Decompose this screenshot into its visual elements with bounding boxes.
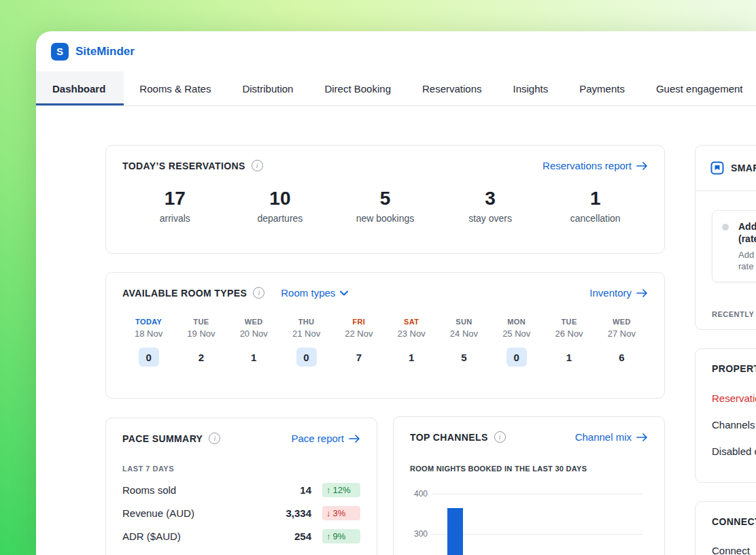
smart-tips-icon — [710, 161, 724, 175]
day-name: THU — [280, 318, 332, 326]
tip-body-line: Add — [738, 249, 756, 260]
pace-metric-label: Rooms sold — [122, 484, 280, 496]
todays-reservations-title: TODAY’S RESERVATIONS — [122, 161, 245, 171]
trend-down-icon: ↓ — [326, 508, 331, 518]
day-column: THU 21 Nov 0 — [280, 318, 332, 367]
availability-value[interactable]: 0 — [296, 348, 317, 367]
day-date: 18 Nov — [122, 329, 175, 339]
info-icon[interactable] — [209, 433, 220, 444]
stat-value: 5 — [332, 188, 438, 209]
smart-tips-title: SMART TIPS — [731, 163, 756, 173]
trend-up-icon: ↑ — [326, 485, 331, 495]
property-item-disabled[interactable]: Disabled channels — [712, 445, 756, 457]
pace-summary-title: PACE SUMMARY — [122, 433, 203, 444]
availability-value[interactable]: 1 — [401, 348, 422, 367]
info-icon[interactable] — [253, 287, 264, 299]
availability-value[interactable]: 1 — [559, 348, 579, 367]
stat-value: 17 — [122, 188, 228, 209]
day-date: 23 Nov — [385, 329, 437, 339]
day-date: 21 Nov — [280, 329, 332, 339]
info-icon[interactable] — [494, 431, 506, 443]
siteminder-logo-icon: S — [51, 43, 69, 61]
stat-value: 1 — [543, 188, 648, 209]
gridline — [432, 534, 642, 535]
top-channels-card: TOP CHANNELS Channel mix ROOM NIGHTS BOO… — [393, 416, 665, 555]
main-nav: Dashboard Rooms & Rates Distribution Dir… — [36, 71, 756, 106]
day-date: 24 Nov — [438, 329, 490, 339]
pace-period-label: LAST 7 DAYS — [122, 465, 360, 473]
app-window: S SiteMinder Dashboard Rooms & Rates Dis… — [36, 31, 756, 555]
day-date: 22 Nov — [332, 329, 385, 339]
room-nights-chart: 400 300 — [410, 484, 648, 555]
arrow-right-icon — [636, 289, 648, 297]
day-column: SUN 24 Nov 5 — [438, 318, 490, 367]
reservations-report-link[interactable]: Reservations report — [543, 160, 648, 171]
tip-title-line: (rate — [738, 233, 756, 245]
availability-value[interactable]: 7 — [349, 348, 369, 367]
connected-apps-item[interactable]: Connect — [712, 545, 756, 555]
day-name: SAT — [385, 318, 437, 326]
day-column: FRI 22 Nov 7 — [332, 318, 385, 367]
smart-tip-item[interactable]: Add (rate Add rate — [712, 210, 756, 282]
y-axis-tick: 300 — [410, 529, 428, 539]
availability-value[interactable]: 0 — [506, 348, 527, 367]
day-column: TUE 19 Nov 2 — [175, 318, 227, 367]
tab-dashboard[interactable]: Dashboard — [36, 71, 124, 105]
channel-mix-label: Channel mix — [575, 431, 632, 443]
availability-value[interactable]: 2 — [191, 348, 211, 367]
availability-value[interactable]: 5 — [453, 348, 474, 367]
pace-row: Rooms sold 14 ↑ 12% — [122, 483, 360, 497]
day-name: TUE — [175, 318, 227, 326]
property-card: PROPERTY Reservations Channels Disabled … — [695, 348, 756, 483]
change-percent: 12% — [333, 485, 351, 495]
channel-mix-link[interactable]: Channel mix — [575, 431, 648, 443]
tab-insights[interactable]: Insights — [498, 71, 564, 105]
todays-reservations-card: TODAY’S RESERVATIONS Reservations report… — [105, 145, 665, 254]
pace-metric-value: 14 — [280, 484, 311, 496]
pace-metric-value: 254 — [280, 531, 311, 542]
availability-value[interactable]: 1 — [243, 348, 264, 367]
property-item-reservations[interactable]: Reservations — [712, 392, 756, 404]
availability-value[interactable]: 6 — [611, 348, 632, 367]
change-badge: ↑ 9% — [322, 529, 360, 543]
stat-label: cancellation — [543, 213, 648, 224]
reservations-report-label: Reservations report — [543, 160, 632, 171]
day-date: 20 Nov — [228, 329, 280, 339]
day-name: TUE — [543, 318, 595, 326]
tab-payments[interactable]: Payments — [564, 71, 640, 105]
available-room-types-card: AVAILABLE ROOM TYPES Room types Inventor… — [105, 272, 665, 399]
stat-cancellation: 1 cancellation — [543, 188, 648, 224]
inventory-link[interactable]: Inventory — [589, 287, 648, 299]
day-date: 27 Nov — [596, 329, 648, 339]
stat-label: stay overs — [438, 213, 543, 224]
top-channels-title: TOP CHANNELS — [410, 432, 488, 443]
property-item-channels[interactable]: Channels — [712, 419, 756, 431]
availability-value[interactable]: 0 — [139, 348, 159, 367]
recently-dismissed-toggle[interactable]: RECENTLY DISMISSED — [712, 310, 756, 318]
available-room-types-title: AVAILABLE ROOM TYPES — [122, 288, 247, 299]
y-axis-tick: 400 — [410, 489, 428, 499]
reservation-stats: 17 arrivals 10 departures 5 new bookings… — [122, 188, 648, 224]
connected-apps-title: CONNECTED APPS — [712, 516, 756, 527]
room-types-dropdown-label: Room types — [281, 287, 335, 299]
tab-distribution[interactable]: Distribution — [226, 71, 309, 105]
app-header: S SiteMinder — [36, 31, 756, 71]
info-icon[interactable] — [252, 160, 263, 171]
smart-tips-card: SMART TIPS Add (rate Add rate RECENTLY D… — [695, 145, 756, 330]
stat-label: new bookings — [332, 213, 438, 224]
change-percent: 9% — [333, 531, 346, 541]
tab-direct-booking[interactable]: Direct Booking — [309, 71, 407, 105]
tab-reservations[interactable]: Reservations — [407, 71, 498, 105]
day-column: WED 27 Nov 6 — [596, 318, 648, 367]
tab-guest-engagement[interactable]: Guest engagement — [640, 71, 756, 105]
pace-report-link[interactable]: Pace report — [291, 433, 360, 444]
channel-bar — [447, 508, 463, 555]
room-types-dropdown[interactable]: Room types — [281, 287, 348, 299]
pace-summary-card: PACE SUMMARY Pace report LAST 7 DAYS Roo… — [105, 418, 377, 555]
tab-rooms-rates[interactable]: Rooms & Rates — [124, 71, 226, 105]
tip-bullet-icon — [722, 224, 729, 231]
tip-title-line: Add — [738, 220, 756, 233]
day-column: TODAY 18 Nov 0 — [122, 318, 175, 367]
stat-departures: 10 departures — [228, 188, 333, 224]
day-column: TUE 26 Nov 1 — [543, 318, 595, 367]
